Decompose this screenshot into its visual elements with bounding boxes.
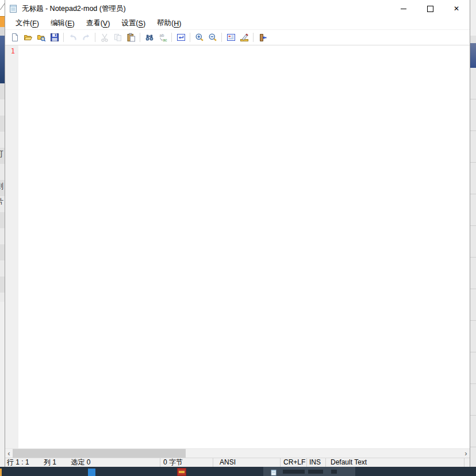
toolbar-separator	[63, 33, 64, 42]
browse-files-button[interactable]	[34, 31, 48, 44]
save-icon	[50, 33, 59, 42]
maximize-button[interactable]	[417, 0, 443, 17]
open-folder-icon	[24, 33, 33, 42]
zoom-in-icon	[195, 33, 204, 42]
minimize-button[interactable]	[390, 0, 417, 17]
clipped-text-fragment: 片	[0, 197, 5, 206]
menu-item-settings[interactable]: 设置(S)	[116, 17, 151, 29]
zoom-out-icon	[208, 33, 217, 42]
taskbar-icon-clipped[interactable]	[0, 469, 2, 476]
cut-icon	[100, 33, 109, 42]
menu-item-help[interactable]: 帮助(H)	[151, 17, 187, 29]
scroll-left-arrow[interactable]: ‹	[5, 449, 13, 458]
maximize-icon	[427, 6, 433, 12]
background-window-right-sliver[interactable]	[470, 0, 476, 476]
horizontal-scrollbar[interactable]: ‹ ›	[5, 448, 470, 458]
redo-button	[79, 31, 93, 44]
redo-icon	[82, 33, 91, 42]
thumbnail-image	[470, 43, 476, 68]
copy-icon	[113, 33, 122, 42]
toolbar-separator	[221, 33, 222, 42]
paste-icon	[126, 33, 136, 42]
menu-item-edit[interactable]: 编辑(E)	[45, 17, 80, 29]
close-button[interactable]: ✕	[443, 0, 470, 17]
title-bar[interactable]: 无标题 - Notepad2-mod (管理员) ✕	[5, 0, 470, 17]
status-byte-count[interactable]: 0 字节	[160, 458, 213, 467]
clipped-button-text	[283, 470, 305, 474]
notepad-taskbar-icon	[270, 468, 277, 476]
toolbar: ab ac	[5, 30, 470, 45]
scroll-right-arrow[interactable]: ›	[462, 449, 470, 458]
toolbar-separator	[253, 33, 254, 42]
paste-button[interactable]	[124, 31, 137, 44]
line-number: 1	[11, 47, 15, 55]
replace-icon: ab ac	[158, 33, 167, 42]
taskbar-app-icon[interactable]	[177, 468, 186, 476]
status-encoding[interactable]: ANSI	[213, 458, 281, 467]
clipped-button-text	[308, 470, 323, 474]
diagonal-line	[0, 2, 5, 10]
background-list-rows	[0, 83, 5, 302]
scheme-config-button[interactable]	[224, 31, 237, 44]
close-icon: ✕	[454, 5, 459, 12]
status-cursor-position[interactable]: 行 1 : 1 列 1 选定 0	[5, 458, 160, 467]
find-icon	[145, 33, 154, 42]
clipped-text-fragment: 则	[0, 182, 5, 190]
screen: { "window": { "title": "无标题 - Notepad2-m…	[0, 0, 476, 476]
exit-icon	[258, 33, 267, 42]
toolbar-separator	[190, 33, 190, 42]
undo-button	[66, 31, 79, 44]
folder-icon	[0, 16, 5, 28]
status-line-ending[interactable]: CR+LF	[281, 458, 307, 467]
scheme-config-icon	[227, 33, 236, 42]
thumbnail-image	[0, 36, 5, 83]
taskbar-active-window-button[interactable]	[263, 467, 355, 476]
clipped-text-fragment: 可	[0, 149, 5, 158]
notepad-app-icon	[9, 4, 18, 13]
word-wrap-button[interactable]	[174, 31, 187, 44]
new-document-icon	[10, 33, 20, 42]
copy-button	[111, 31, 124, 44]
status-line: 行 1 : 1	[7, 458, 29, 467]
save-button[interactable]	[48, 31, 61, 44]
toolbar-separator	[140, 33, 140, 42]
svg-text:ab: ab	[159, 33, 164, 37]
cut-button	[98, 31, 111, 44]
minimize-icon	[401, 9, 406, 9]
taskbar-app-icon[interactable]	[88, 469, 95, 476]
background-strip	[0, 27, 5, 36]
open-file-button[interactable]	[21, 31, 34, 44]
status-stub	[465, 458, 470, 467]
background-corner	[0, 0, 5, 16]
svg-text:ac: ac	[163, 38, 167, 42]
status-bar: 行 1 : 1 列 1 选定 0 0 字节 ANSI CR+LF INS Def…	[5, 458, 470, 467]
background-window-left-sliver[interactable]: 可 则 片	[0, 0, 5, 476]
replace-button[interactable]: ab ac	[156, 31, 169, 44]
status-column: 列 1	[44, 458, 56, 467]
status-insert-mode[interactable]: INS	[307, 458, 326, 467]
scrollbar-thumb[interactable]	[13, 449, 186, 458]
line-number-margin[interactable]: 1	[5, 45, 18, 448]
undo-icon	[68, 33, 78, 42]
background-strip	[0, 302, 5, 467]
background-strip	[470, 36, 476, 43]
zoom-in-button[interactable]	[193, 31, 206, 44]
menu-bar: 文件(F) 编辑(E) 查看(V) 设置(S) 帮助(H)	[5, 17, 470, 30]
background-list-rows	[470, 68, 476, 467]
status-selection: 选定 0	[71, 458, 90, 467]
status-syntax-scheme[interactable]: Default Text	[326, 458, 465, 467]
menu-item-view[interactable]: 查看(V)	[80, 17, 116, 29]
browse-files-icon	[37, 33, 46, 42]
editor-area: 1	[5, 45, 470, 448]
menu-item-file[interactable]: 文件(F)	[10, 17, 45, 29]
text-editing-surface[interactable]	[18, 45, 470, 448]
exit-button[interactable]	[256, 31, 269, 44]
window-title: 无标题 - Notepad2-mod (管理员)	[22, 4, 390, 14]
customize-schemes-button[interactable]	[237, 31, 251, 44]
background-strip	[470, 0, 476, 36]
zoom-out-button[interactable]	[206, 31, 219, 44]
find-button[interactable]	[143, 31, 156, 44]
new-file-button[interactable]	[8, 31, 21, 44]
taskbar	[0, 467, 476, 476]
toolbar-separator	[171, 33, 172, 42]
